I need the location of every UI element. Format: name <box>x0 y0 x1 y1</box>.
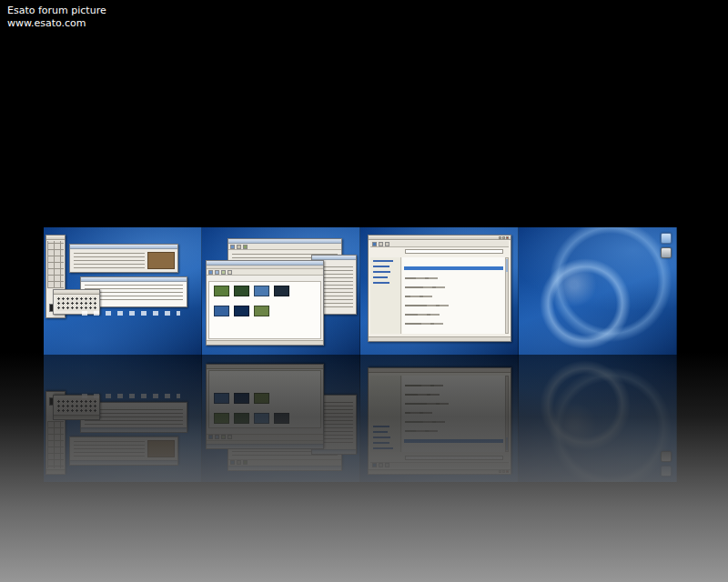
file-row <box>405 430 438 432</box>
toolbar-icon <box>379 463 383 467</box>
image-browser-statusbar <box>207 365 323 369</box>
credit-text: Esato forum picture www.esato.com <box>7 5 106 30</box>
desktop-row <box>44 227 677 355</box>
background-window-toolbar <box>228 459 341 466</box>
places-sidebar[interactable] <box>370 257 401 334</box>
image-thumbnail[interactable] <box>234 286 249 296</box>
side-window-content <box>315 399 353 443</box>
gimp-dialog-titlebar <box>70 245 177 249</box>
image-browser-toolbar <box>207 269 323 276</box>
maximize-button <box>502 470 505 473</box>
thumbnail-row <box>214 306 269 316</box>
desktop-thumbnail-2[interactable] <box>202 227 360 355</box>
image-thumbnail[interactable] <box>254 306 269 316</box>
desktop1-icon-labels <box>82 394 180 398</box>
desktop-thumbnail-4[interactable] <box>519 227 677 355</box>
image-thumbnail[interactable] <box>214 306 229 316</box>
up-icon[interactable] <box>215 270 219 275</box>
gimp-dialog-titlebar <box>70 460 177 465</box>
minimize-button[interactable] <box>499 236 501 239</box>
credit-line-1: Esato forum picture <box>7 5 106 17</box>
places-sidebar <box>370 376 401 452</box>
desktop-trash-icon[interactable] <box>661 247 672 258</box>
address-bar[interactable] <box>405 249 503 254</box>
file-row[interactable] <box>405 286 445 288</box>
file-row[interactable] <box>405 277 438 279</box>
minimize-button <box>499 470 501 473</box>
image-thumbnail[interactable] <box>214 286 229 296</box>
thumbnail-row <box>214 286 289 296</box>
home-icon[interactable] <box>221 270 226 275</box>
image-thumbnail[interactable] <box>254 286 269 296</box>
gimp-dialog-window <box>69 436 178 466</box>
scrollbar[interactable] <box>505 257 509 334</box>
desktop-home-icon <box>661 466 672 477</box>
sidebar-link <box>373 436 390 438</box>
desktop-thumbnail-1[interactable] <box>44 227 202 355</box>
gimp-dialog-text <box>74 253 145 268</box>
sidebar-link[interactable] <box>373 266 389 267</box>
gimp-palette-swatches <box>56 296 96 311</box>
settings-window <box>368 367 511 475</box>
reload-icon[interactable] <box>228 270 232 275</box>
image-thumbnail <box>254 413 269 424</box>
window-buttons <box>499 470 509 473</box>
sidebar-link[interactable] <box>373 271 390 273</box>
file-row[interactable] <box>405 296 432 297</box>
scrollbar-thumb[interactable] <box>506 259 508 272</box>
gimp-console-titlebar <box>81 277 187 282</box>
image-thumbnail[interactable] <box>234 306 249 316</box>
file-list-view <box>402 376 505 452</box>
back-icon[interactable] <box>208 270 213 275</box>
background-window-toolbar <box>228 244 341 250</box>
back-icon <box>208 435 213 439</box>
gimp-palette-titlebar <box>54 415 99 419</box>
toolbar-icon <box>230 460 235 465</box>
close-button[interactable] <box>506 236 509 239</box>
folder-icon <box>372 463 377 467</box>
image-browser-view <box>208 281 321 339</box>
gimp-palette-window <box>53 395 100 420</box>
maximize-button[interactable] <box>502 236 505 239</box>
sidebar-link <box>373 426 389 427</box>
floor-gradient <box>0 353 728 582</box>
sidebar-link[interactable] <box>373 260 393 262</box>
thumbnail-row <box>214 393 269 404</box>
window-buttons <box>499 236 509 239</box>
image-browser-window[interactable] <box>206 260 324 346</box>
desktop-trash-icon <box>661 451 672 462</box>
sidebar-link[interactable] <box>373 282 389 284</box>
settings-window-titlebar <box>369 236 511 240</box>
toolbar-icon[interactable] <box>379 242 383 246</box>
file-row[interactable] <box>405 305 449 306</box>
toolbar-icon[interactable] <box>385 242 389 246</box>
gimp-dialog-window[interactable] <box>69 244 178 273</box>
home-icon <box>221 435 226 439</box>
gimp-tool-grid <box>47 241 64 288</box>
gimp-console-text <box>85 406 183 425</box>
thumbnail-row <box>214 413 289 424</box>
gimp-toolbox-titlebar <box>46 236 65 240</box>
image-browser-window <box>206 364 324 449</box>
file-row[interactable] <box>405 314 440 316</box>
file-row <box>405 385 443 386</box>
image-browser-statusbar <box>207 340 323 345</box>
sidebar-link[interactable] <box>373 276 388 278</box>
image-thumbnail[interactable] <box>274 286 289 296</box>
side-window <box>311 395 357 455</box>
folder-icon[interactable] <box>372 242 377 246</box>
desktop-home-icon[interactable] <box>661 233 672 244</box>
file-row[interactable] <box>405 323 443 325</box>
gimp-console-titlebar <box>81 427 187 432</box>
sidebar-link <box>373 431 388 433</box>
settings-window[interactable] <box>368 235 511 342</box>
settings-toolbar <box>370 462 509 468</box>
settings-statusbar <box>369 368 511 373</box>
scrollbar-thumb <box>506 437 508 450</box>
desktop-thumbnail-1 <box>44 355 202 482</box>
desktop-thumbnail-3[interactable] <box>360 227 519 355</box>
file-list-view[interactable] <box>402 257 505 334</box>
reload-icon <box>228 435 232 439</box>
image-thumbnail <box>234 413 249 424</box>
reflection <box>44 355 677 482</box>
